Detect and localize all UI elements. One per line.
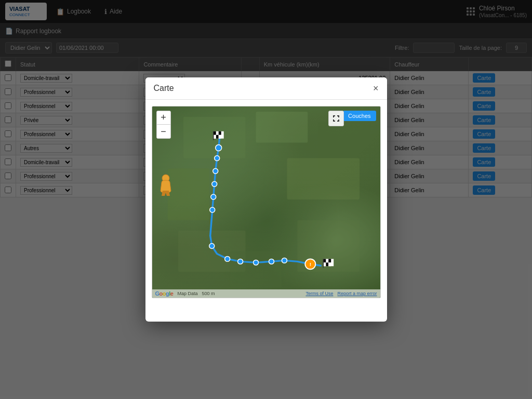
svg-point-16 xyxy=(224,256,230,261)
fullscreen-icon xyxy=(332,115,340,122)
svg-rect-35 xyxy=(328,262,331,266)
modal-title: Carte xyxy=(154,84,174,93)
svg-point-10 xyxy=(214,155,219,161)
svg-point-12 xyxy=(211,181,217,187)
map-route-svg: ! xyxy=(152,107,380,298)
svg-rect-26 xyxy=(216,135,218,139)
svg-point-9 xyxy=(215,145,221,151)
zoom-in-button[interactable]: + xyxy=(157,111,170,125)
svg-rect-2 xyxy=(256,112,308,143)
carte-modal: Carte × xyxy=(145,77,387,322)
map-zoom-controls: + − xyxy=(156,111,171,139)
couches-button[interactable]: Couches xyxy=(343,111,376,121)
svg-point-15 xyxy=(209,244,214,249)
modal-overlay[interactable]: Carte × xyxy=(0,0,532,399)
modal-header: Carte × xyxy=(145,77,387,100)
svg-point-11 xyxy=(212,168,218,174)
svg-point-13 xyxy=(210,194,216,200)
svg-point-14 xyxy=(209,207,215,212)
svg-point-17 xyxy=(237,259,243,264)
street-view-person-icon[interactable] xyxy=(157,174,174,196)
svg-point-20 xyxy=(282,258,287,263)
map-container: ! xyxy=(152,106,381,298)
svg-rect-33 xyxy=(326,262,328,266)
svg-rect-28 xyxy=(218,135,221,139)
svg-rect-25 xyxy=(218,131,221,135)
zoom-out-button[interactable]: − xyxy=(157,125,170,138)
modal-close-button[interactable]: × xyxy=(373,84,379,93)
svg-point-18 xyxy=(253,260,258,265)
svg-point-19 xyxy=(269,259,274,264)
svg-rect-32 xyxy=(328,259,331,262)
svg-text:!: ! xyxy=(309,261,311,267)
modal-body: ! xyxy=(145,100,387,322)
svg-rect-8 xyxy=(230,251,282,287)
fullscreen-button[interactable] xyxy=(328,111,344,126)
svg-rect-5 xyxy=(287,158,360,200)
